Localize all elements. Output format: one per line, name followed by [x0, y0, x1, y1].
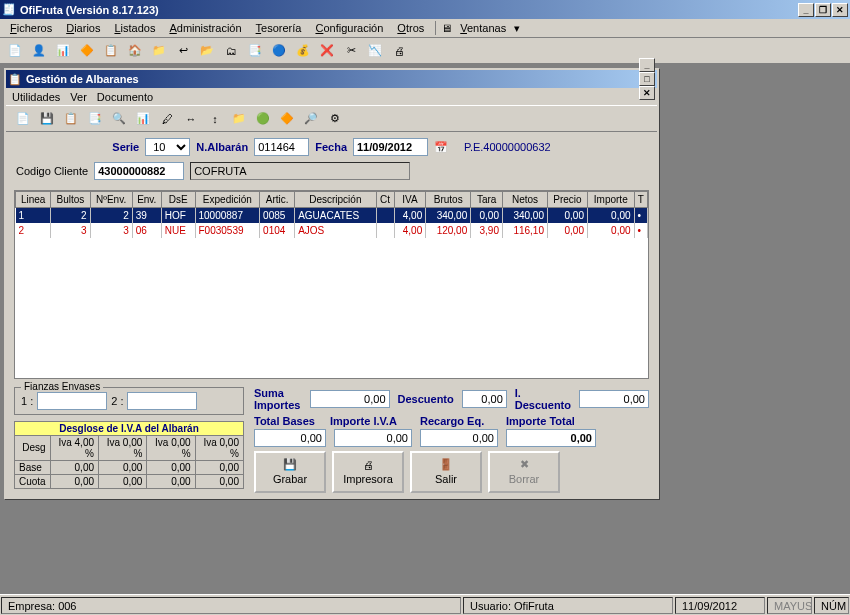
windows-icon: 🖥 [441, 22, 452, 34]
grid-header[interactable]: Netos [502, 192, 547, 208]
ctb-11[interactable]: 🟢 [252, 108, 274, 130]
serie-select[interactable]: 10 [145, 138, 190, 156]
grid-header[interactable]: Tara [471, 192, 503, 208]
grid-header[interactable]: Artic. [260, 192, 295, 208]
grid-header[interactable]: Expedición [195, 192, 260, 208]
menu-listados[interactable]: Listados [108, 20, 161, 36]
itotal-label: Importe Total [506, 415, 575, 427]
menu-ficheros[interactable]: Ficheros [4, 20, 58, 36]
ctb-9[interactable]: ↕ [204, 108, 226, 130]
ctb-3[interactable]: 📋 [60, 108, 82, 130]
grid-header[interactable]: Bultos [51, 192, 90, 208]
statusbar: Empresa: 006 Usuario: OfiFruta 11/09/201… [0, 594, 850, 615]
fianza1-label: 1 : [21, 395, 33, 407]
grid-header[interactable]: T [634, 192, 647, 208]
table-row[interactable]: 23306NUEF00305390104AJOS4,00120,003,9011… [16, 223, 648, 238]
ctb-1[interactable]: 📄 [12, 108, 34, 130]
grid-header[interactable]: NºEnv. [90, 192, 132, 208]
pe-label: P.E.40000000632 [464, 141, 551, 153]
impresora-button[interactable]: 🖨 Impresora [332, 451, 404, 493]
grid-header[interactable]: Descripción [295, 192, 376, 208]
menu-diarios[interactable]: Diarios [60, 20, 106, 36]
codcli-name [190, 162, 410, 180]
ctb-14[interactable]: ⚙ [324, 108, 346, 130]
child-minimize-button[interactable]: _ [639, 58, 655, 72]
app-title: OfiFruta (Versión 8.17.123) [16, 4, 798, 16]
grid-header[interactable]: Brutos [426, 192, 471, 208]
grid-header[interactable]: IVA [394, 192, 426, 208]
grid-header[interactable]: Precio [547, 192, 587, 208]
fianza1-input[interactable] [37, 392, 107, 410]
menu-otros[interactable]: Otros [391, 20, 430, 36]
ctb-4[interactable]: 📑 [84, 108, 106, 130]
salir-button[interactable]: 🚪 Salir [410, 451, 482, 493]
dropdown-icon[interactable]: ▾ [514, 22, 520, 35]
header-form-row: Serie 10 N.Albarán Fecha 📅 P.E.400000006… [6, 132, 657, 162]
ctb-13[interactable]: 🔎 [300, 108, 322, 130]
child-menu-utilidades[interactable]: Utilidades [12, 91, 60, 103]
child-close-button[interactable]: ✕ [639, 86, 655, 100]
table-row[interactable]: 12239HOF100008870085AGUACATES4,00340,000… [16, 208, 648, 223]
toolbar-btn-10[interactable]: 🗂 [220, 40, 242, 62]
bottom-panel: Fianzas Envases 1 : 2 : Desglose de I.V.… [6, 383, 657, 497]
lines-grid[interactable]: LineaBultosNºEnv.Env.DsEExpediciónArtic.… [14, 190, 649, 379]
toolbar-btn-14[interactable]: ❌ [316, 40, 338, 62]
nalbaran-input[interactable] [254, 138, 309, 156]
grid-header[interactable]: Ct [376, 192, 394, 208]
menu-configuracion[interactable]: Configuración [309, 20, 389, 36]
save-icon: 💾 [283, 458, 297, 471]
fianza2-input[interactable] [127, 392, 197, 410]
fianzas-legend: Fianzas Envases [21, 381, 103, 392]
codcli-input[interactable] [94, 162, 184, 180]
calendar-icon[interactable]: 📅 [434, 141, 448, 154]
toolbar-btn-13[interactable]: 💰 [292, 40, 314, 62]
nalbaran-label: N.Albarán [196, 141, 248, 153]
toolbar-btn-16[interactable]: 📉 [364, 40, 386, 62]
ctb-12[interactable]: 🔶 [276, 108, 298, 130]
fecha-input[interactable] [353, 138, 428, 156]
req-label: Recargo Eq. [420, 415, 498, 427]
toolbar-btn-2[interactable]: 👤 [28, 40, 50, 62]
toolbar-btn-4[interactable]: 🔶 [76, 40, 98, 62]
close-button[interactable]: ✕ [832, 3, 848, 17]
toolbar-btn-6[interactable]: 🏠 [124, 40, 146, 62]
ctb-2[interactable]: 💾 [36, 108, 58, 130]
suma-input [310, 390, 390, 408]
ctb-7[interactable]: 🖊 [156, 108, 178, 130]
toolbar-btn-11[interactable]: 📑 [244, 40, 266, 62]
restore-button[interactable]: ❐ [815, 3, 831, 17]
toolbar-btn-3[interactable]: 📊 [52, 40, 74, 62]
desglose-title: Desglose de I.V.A del Albarán [14, 421, 244, 435]
grid-header[interactable]: Linea [16, 192, 51, 208]
toolbar-btn-8[interactable]: ↩ [172, 40, 194, 62]
ctb-5[interactable]: 🔍 [108, 108, 130, 130]
child-menu-ver[interactable]: Ver [70, 91, 87, 103]
toolbar-btn-12[interactable]: 🔵 [268, 40, 290, 62]
menu-tesoreria[interactable]: Tesorería [250, 20, 308, 36]
ctb-6[interactable]: 📊 [132, 108, 154, 130]
grid-header[interactable]: DsE [161, 192, 195, 208]
borrar-button[interactable]: ✖ Borrar [488, 451, 560, 493]
app-titlebar: 🧾 OfiFruta (Versión 8.17.123) _ ❐ ✕ [0, 0, 850, 19]
toolbar-btn-5[interactable]: 📋 [100, 40, 122, 62]
ctb-8[interactable]: ↔ [180, 108, 202, 130]
ctb-10[interactable]: 📁 [228, 108, 250, 130]
menu-administracion[interactable]: Administración [163, 20, 247, 36]
child-menu-documento[interactable]: Documento [97, 91, 153, 103]
toolbar-btn-15[interactable]: ✂ [340, 40, 362, 62]
toolbar-btn-17[interactable]: 🖨 [388, 40, 410, 62]
delete-icon: ✖ [520, 458, 529, 471]
toolbar-btn-1[interactable]: 📄 [4, 40, 26, 62]
grid-header[interactable]: Importe [587, 192, 634, 208]
desc-input[interactable] [462, 390, 507, 408]
tbases-input [254, 429, 326, 447]
grid-header[interactable]: Env. [132, 192, 161, 208]
menu-ventanas[interactable]: Ventanas [454, 20, 512, 36]
main-menubar: Ficheros Diarios Listados Administración… [0, 19, 850, 38]
grabar-button[interactable]: 💾 Grabar [254, 451, 326, 493]
tbases-label: Total Bases [254, 415, 322, 427]
toolbar-btn-9[interactable]: 📂 [196, 40, 218, 62]
child-maximize-button[interactable]: □ [639, 72, 655, 86]
toolbar-btn-7[interactable]: 📁 [148, 40, 170, 62]
minimize-button[interactable]: _ [798, 3, 814, 17]
